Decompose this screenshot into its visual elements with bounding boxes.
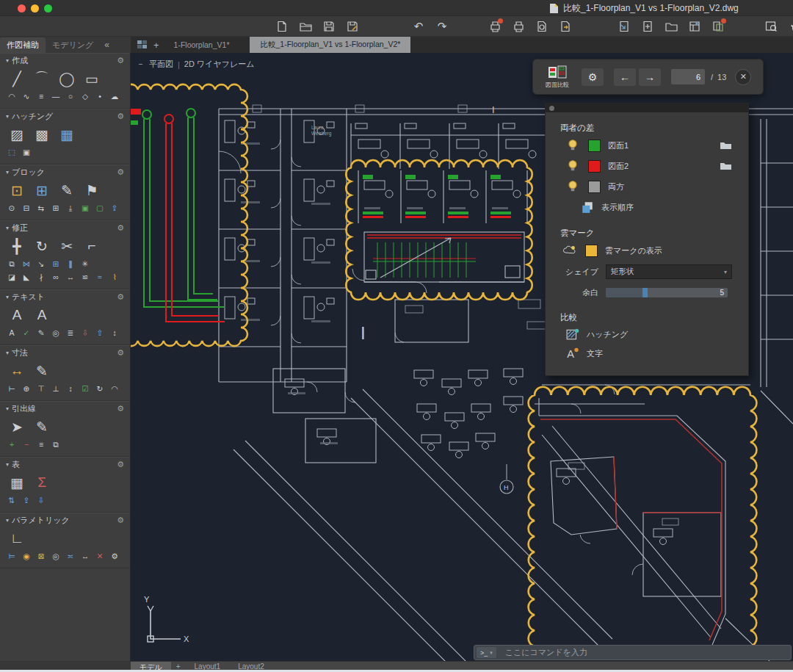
ellipse-icon[interactable]: ○ [65, 90, 76, 102]
command-prompt-chip[interactable]: >_ ▾ [477, 647, 496, 658]
palette-header[interactable] [546, 104, 748, 112]
group-icon[interactable]: ▣ [79, 202, 91, 214]
drawing-tab-2-active[interactable]: 比較_1-Floorplan_V1 vs 1-Floorplan_V2* [250, 37, 410, 53]
hatch-pattern-icon[interactable]: ▩ [31, 124, 53, 145]
find-icon[interactable]: ◎ [50, 327, 62, 339]
write-block-icon[interactable]: ⤓ [65, 202, 76, 214]
continue-dim-icon[interactable]: ⊥ [50, 383, 62, 394]
gear-icon[interactable]: ⚙ [117, 56, 124, 65]
remove-leader-icon[interactable]: − [21, 438, 32, 450]
arc-icon[interactable]: ◠ [6, 90, 18, 102]
break-icon[interactable]: ∤ [35, 271, 47, 283]
gear-icon[interactable]: ⚙ [117, 404, 124, 413]
inspect-dim-icon[interactable]: ☑ [79, 383, 91, 394]
linear-dim-icon[interactable]: ⊢ [6, 383, 18, 394]
compare-close-button[interactable]: ✕ [735, 69, 751, 85]
plot-preview-icon[interactable] [533, 18, 551, 35]
next-difference-button[interactable]: → [639, 68, 661, 86]
minimize-window-button[interactable] [31, 4, 39, 12]
constraint-settings-icon[interactable]: ⚙ [109, 550, 120, 562]
mirror-icon[interactable]: ⋈ [21, 258, 32, 270]
compare-text-row[interactable]: A 文字 [546, 344, 748, 363]
ungroup-icon[interactable]: ▢ [94, 202, 106, 214]
difference-index-field[interactable]: 6 [671, 69, 705, 84]
update-dim-icon[interactable]: ↻ [94, 383, 106, 394]
hide-constraints-icon[interactable]: ◎ [50, 550, 62, 562]
pan-hand-icon[interactable] [786, 18, 793, 35]
join-icon[interactable]: ∞ [50, 271, 62, 283]
baseline-dim-icon[interactable]: ⊤ [35, 383, 47, 394]
multiline-icon[interactable]: ≡ [35, 90, 47, 102]
export-block-icon[interactable]: ⇪ [109, 202, 120, 214]
cloud-color-swatch[interactable] [585, 245, 598, 257]
ribbon-tab-drafting[interactable]: 作図補助 [0, 37, 46, 53]
edit-text-icon[interactable]: ✎ [35, 327, 47, 339]
collapse-panel-button[interactable]: « [104, 40, 109, 50]
tool-section-header-parametric[interactable]: ▾パラメトリック⚙ [6, 515, 124, 526]
array-icon[interactable]: ⊞ [50, 258, 62, 270]
leader-edit-icon[interactable]: ✎ [31, 416, 53, 437]
circle-icon[interactable]: ◯ [56, 68, 78, 89]
open-folder-icon[interactable] [297, 18, 314, 35]
gear-icon[interactable]: ⚙ [117, 348, 124, 358]
solid-fill-icon[interactable]: ▣ [21, 146, 32, 158]
gear-icon[interactable]: ⚙ [117, 112, 124, 121]
attribute-editor-icon[interactable]: ⚑ [81, 180, 103, 200]
both-color-swatch[interactable] [588, 181, 601, 193]
new-file-icon[interactable] [273, 18, 291, 35]
revision-cloud-icon[interactable] [563, 244, 576, 257]
table-icon[interactable]: ▦ [6, 472, 28, 493]
clean-icon[interactable]: ⌇ [109, 271, 120, 283]
base-point-icon[interactable]: ⊞ [50, 202, 62, 214]
data-extract-icon[interactable]: Σ [31, 472, 53, 493]
copy-icon[interactable]: ⧉ [6, 258, 18, 270]
gradient-icon[interactable]: ▦ [56, 124, 78, 145]
offset-icon[interactable]: ∥ [65, 258, 76, 270]
single-text-icon[interactable]: A [31, 305, 53, 325]
new-drawing-tab-button[interactable]: + [153, 40, 159, 51]
print-icon[interactable] [510, 18, 527, 35]
plot-icon[interactable] [486, 18, 504, 35]
scale-icon[interactable]: ↘ [35, 258, 47, 270]
dimension-icon[interactable]: ↔ [6, 361, 28, 381]
start-tab-grid-icon[interactable] [137, 40, 148, 50]
drawing-compare-icon[interactable] [709, 18, 727, 35]
drawing-canvas[interactable]: Laura Weisberg I I [131, 53, 793, 661]
ordinate-dim-icon[interactable]: ↕ [65, 383, 76, 394]
trim-icon[interactable]: ✂ [56, 236, 78, 256]
drawing-tab-1[interactable]: 1-Floorplan_V1* [165, 37, 239, 52]
scale-text-icon[interactable]: ↕ [109, 327, 120, 339]
explode-icon[interactable]: ✳ [79, 258, 91, 270]
download-data-icon[interactable]: ⇩ [35, 494, 47, 506]
compare-hatch-row[interactable]: ハッチング [546, 325, 748, 344]
undo-icon[interactable]: ↶ [410, 18, 427, 35]
slider-handle[interactable] [642, 288, 648, 297]
block-editor-icon[interactable]: ✎ [56, 180, 78, 200]
fillet-icon[interactable]: ⌐ [81, 236, 103, 256]
justify-icon[interactable]: ≣ [65, 327, 76, 339]
previous-difference-button[interactable]: ← [614, 68, 636, 86]
line-icon[interactable]: ╱ [6, 68, 28, 89]
auto-constrain-icon[interactable]: ⊨ [6, 550, 18, 562]
display-order-row[interactable]: 表示順序 [546, 197, 748, 217]
tool-section-header-table[interactable]: ▾表⚙ [6, 459, 124, 470]
save-icon[interactable] [320, 18, 338, 35]
gear-icon[interactable]: ⚙ [117, 460, 124, 469]
lengthen-icon[interactable]: ↔ [65, 271, 76, 283]
data-link-icon[interactable]: ⇅ [6, 494, 18, 506]
text-import-icon[interactable]: ⇧ [94, 327, 106, 339]
gear-icon[interactable]: ⚙ [117, 223, 124, 233]
collect-leaders-icon[interactable]: ⧉ [50, 438, 62, 450]
insert-block-icon[interactable]: ⊡ [6, 180, 28, 200]
create-block-icon[interactable]: ⊞ [31, 180, 53, 200]
zoom-window-icon[interactable] [762, 18, 780, 35]
folder-icon[interactable] [720, 140, 732, 150]
add-leader-icon[interactable]: + [6, 438, 18, 450]
xline-icon[interactable]: — [50, 90, 62, 102]
tool-section-header-create[interactable]: ▾作成⚙ [6, 55, 124, 66]
compare-settings-button[interactable]: ⚙ [582, 68, 604, 86]
lightbulb-icon[interactable] [566, 139, 579, 152]
tool-section-header-hatch[interactable]: ▾ハッチング⚙ [6, 111, 124, 122]
dim-break-icon[interactable]: ◠ [109, 383, 120, 394]
point-icon[interactable]: • [94, 90, 106, 102]
